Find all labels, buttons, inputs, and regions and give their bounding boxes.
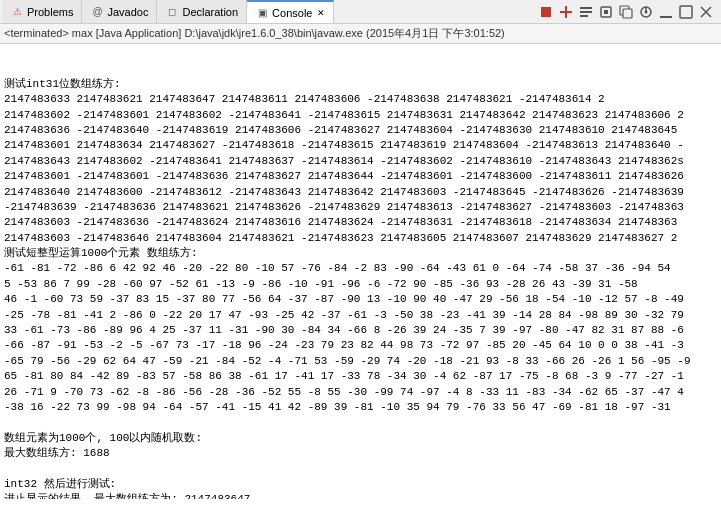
svg-rect-9 xyxy=(623,9,632,18)
tab-console-label: Console xyxy=(272,7,312,19)
console-line: 测试短整型运算1000个元素 数组练方: xyxy=(4,246,717,261)
tab-declaration-label: Declaration xyxy=(182,6,238,18)
minimize-button[interactable] xyxy=(657,3,675,21)
svg-rect-3 xyxy=(580,7,592,9)
svg-rect-2 xyxy=(565,6,567,18)
console-line: 数组元素为1000个, 100以内随机取数: xyxy=(4,431,717,446)
console-close-icon[interactable]: ✕ xyxy=(317,8,325,18)
status-bar: <terminated> max [Java Application] D:\j… xyxy=(0,24,721,44)
console-line: -25 -78 -81 -41 2 -86 0 -22 20 17 47 -93… xyxy=(4,308,717,323)
svg-rect-0 xyxy=(541,7,551,17)
console-line: 5 -53 86 7 99 -28 -60 97 -52 61 -13 -9 -… xyxy=(4,277,717,292)
console-line: 33 -61 -73 -86 -89 96 4 25 -37 11 -31 -9… xyxy=(4,323,717,338)
console-icon: ▣ xyxy=(255,6,269,20)
svg-rect-13 xyxy=(660,16,672,18)
console-line: 2147483640 2147483600 -2147483612 -21474… xyxy=(4,185,717,200)
scroll-lock-button[interactable] xyxy=(597,3,615,21)
tab-console[interactable]: ▣ Console ✕ xyxy=(247,0,334,23)
console-line: 测试int31位数组练方: xyxy=(4,77,717,92)
clear-button[interactable] xyxy=(577,3,595,21)
console-area[interactable]: 测试int31位数组练方:2147483633 2147483621 21474… xyxy=(0,44,721,499)
declaration-icon: ◻ xyxy=(165,5,179,19)
tab-javadoc[interactable]: @ Javadoc xyxy=(82,0,157,23)
console-line: -65 79 -56 -29 62 64 47 -59 -21 -84 -52 … xyxy=(4,354,717,369)
console-line: -61 -81 -72 -86 6 42 92 46 -20 -22 80 -1… xyxy=(4,261,717,276)
console-line xyxy=(4,415,717,430)
console-line: int32 然后进行测试: xyxy=(4,477,717,492)
console-line: 2147483603 -2147483636 -2147483624 21474… xyxy=(4,215,717,230)
tab-problems[interactable]: ⚠ Problems xyxy=(2,0,82,23)
console-line: 2147483643 2147483602 -2147483641 214748… xyxy=(4,154,717,169)
tab-bar: ⚠ Problems @ Javadoc ◻ Declaration ▣ Con… xyxy=(2,0,535,23)
problems-icon: ⚠ xyxy=(10,5,24,19)
tab-problems-label: Problems xyxy=(27,6,73,18)
app-window: ⚠ Problems @ Javadoc ◻ Declaration ▣ Con… xyxy=(0,0,721,499)
console-line: 2147483603 -2147483646 2147483604 214748… xyxy=(4,231,717,246)
svg-rect-7 xyxy=(604,10,608,14)
console-line: 最大数组练方: 1688 xyxy=(4,446,717,461)
new-console-button[interactable] xyxy=(617,3,635,21)
console-line: 26 -71 9 -70 73 -62 -8 -86 -56 -28 -36 -… xyxy=(4,385,717,400)
console-line: 2147483602 -2147483601 2147483602 -21474… xyxy=(4,108,717,123)
toolbar: ⚠ Problems @ Javadoc ◻ Declaration ▣ Con… xyxy=(0,0,721,24)
status-text: <terminated> max [Java Application] D:\j… xyxy=(4,27,505,39)
console-line: 进止显示的结果, 最大数组练方为: 2147483647 xyxy=(4,492,717,499)
console-line: 2147483636 -2147483640 -2147483619 21474… xyxy=(4,123,717,138)
console-line: 46 -1 -60 73 59 -37 83 15 -37 80 77 -56 … xyxy=(4,292,717,307)
console-line: 2147483601 -2147483601 -2147483636 21474… xyxy=(4,169,717,184)
svg-rect-14 xyxy=(680,6,692,18)
javadoc-icon: @ xyxy=(90,5,104,19)
console-line: 65 -81 80 84 -42 89 -83 57 -58 86 38 -61… xyxy=(4,369,717,384)
terminate-button[interactable] xyxy=(557,3,575,21)
close-view-button[interactable] xyxy=(697,3,715,21)
svg-rect-4 xyxy=(580,11,592,13)
console-line: -38 16 -22 73 99 -98 94 -64 -57 -41 -15 … xyxy=(4,400,717,415)
maximize-button[interactable] xyxy=(677,3,695,21)
console-line: -2147483639 -2147483636 2147483621 21474… xyxy=(4,200,717,215)
toolbar-right xyxy=(537,3,719,21)
console-line xyxy=(4,462,717,477)
tab-declaration[interactable]: ◻ Declaration xyxy=(157,0,247,23)
console-line: -66 -87 -91 -53 -2 -5 -67 73 -17 -18 96 … xyxy=(4,338,717,353)
svg-point-12 xyxy=(645,10,648,13)
console-line: 2147483601 2147483634 2147483627 -214748… xyxy=(4,138,717,153)
svg-rect-5 xyxy=(580,15,588,17)
console-line: 2147483633 2147483621 2147483647 2147483… xyxy=(4,92,717,107)
pin-button[interactable] xyxy=(637,3,655,21)
stop-button[interactable] xyxy=(537,3,555,21)
tab-javadoc-label: Javadoc xyxy=(107,6,148,18)
